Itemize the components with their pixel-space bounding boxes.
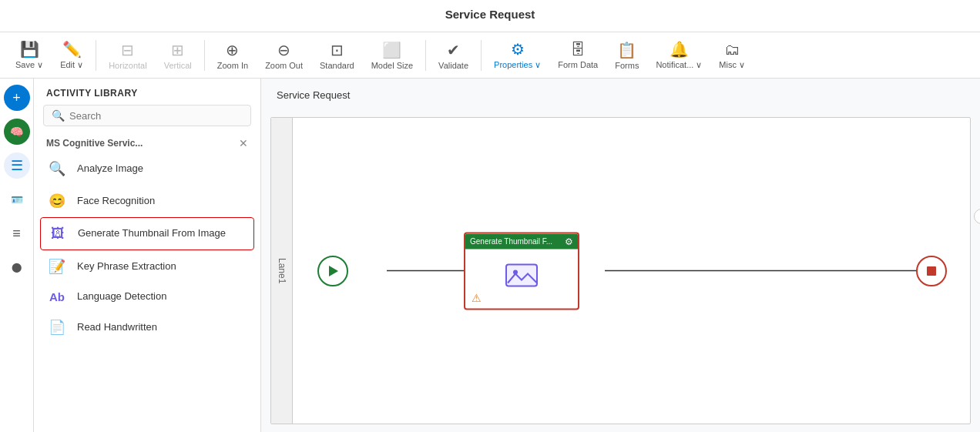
lane-container: Lane1 xyxy=(261,109,980,432)
toolbar: 💾 Save ∨ ✏️ Edit ∨ ⊟ Horizontal ⊞ Vertic… xyxy=(0,32,980,79)
svg-rect-6 xyxy=(927,266,936,276)
canvas-label: Service Request xyxy=(277,89,350,101)
zoom-in-icon: ⊕ xyxy=(226,41,239,59)
read-handwritten-icon: 📄 xyxy=(46,319,68,336)
end-node[interactable] xyxy=(916,256,947,286)
activity-library-label: ACTIVITY LIBRARY xyxy=(46,88,138,99)
key-phrase-icon: 📝 xyxy=(46,258,68,275)
close-icon[interactable]: ✕ xyxy=(239,137,248,149)
sidebar-items: MS Cognitive Servic... ✕ 🔍 Analyze Image… xyxy=(34,132,260,432)
warning-icon: ⚠ xyxy=(472,291,482,303)
horizontal-icon: ⊟ xyxy=(121,41,134,59)
standard-icon: ⊡ xyxy=(331,41,344,59)
lane-label: Lane1 xyxy=(271,118,293,424)
notifications-icon: 🔔 xyxy=(670,40,689,59)
toolbar-separator-3 xyxy=(425,40,426,71)
save-icon: 💾 xyxy=(20,40,39,59)
face-recognition-icon: 😊 xyxy=(46,193,68,209)
read-handwritten-label: Read Handwritten xyxy=(77,321,157,334)
activity-image-icon xyxy=(505,258,539,299)
id-button[interactable]: 🪪 xyxy=(4,186,30,213)
notifications-button[interactable]: 🔔 Notificat... ∨ xyxy=(648,37,710,73)
vertical-button[interactable]: ⊞ Vertical xyxy=(156,38,200,73)
flow-arrows xyxy=(293,118,970,424)
circle-button[interactable]: ⬤ xyxy=(4,254,30,280)
sidebar-item-key-phrase[interactable]: 📝 Key Phrase Extraction xyxy=(34,250,260,283)
svg-marker-3 xyxy=(329,266,338,276)
generate-thumbnail-label: Generate Thumbnail From Image xyxy=(78,227,226,240)
forms-icon: 📋 xyxy=(617,41,636,59)
activity-body: ⚠ xyxy=(465,249,578,308)
model-size-icon: ⬜ xyxy=(382,41,401,59)
face-recognition-label: Face Recognition xyxy=(77,195,155,208)
key-phrase-label: Key Phrase Extraction xyxy=(77,260,176,273)
sidebar-item-language-detection[interactable]: Ab Language Detection xyxy=(34,283,260,311)
lane: Lane1 xyxy=(270,117,971,424)
standard-button[interactable]: ⊡ Standard xyxy=(312,38,362,73)
zoom-out-button[interactable]: ⊖ Zoom Out xyxy=(257,38,310,73)
category-label: MS Cognitive Servic... xyxy=(46,138,143,149)
search-icon: 🔍 xyxy=(52,109,65,122)
sidebar-item-read-handwritten[interactable]: 📄 Read Handwritten xyxy=(34,311,260,343)
activity-settings-icon[interactable]: ⚙ xyxy=(565,236,573,246)
toolbar-separator-4 xyxy=(481,40,482,71)
form-data-icon: 🗄 xyxy=(570,41,586,59)
search-input[interactable] xyxy=(69,110,243,122)
horizontal-button[interactable]: ⊟ Horizontal xyxy=(101,38,155,73)
analyze-image-icon: 🔍 xyxy=(46,160,68,177)
properties-icon: ⚙ xyxy=(511,40,525,59)
analyze-image-label: Analyze Image xyxy=(77,162,143,176)
toolbar-separator-2 xyxy=(204,40,205,71)
sidebar-item-generate-thumbnail[interactable]: 🖼 Generate Thumbnail From Image xyxy=(40,217,254,250)
page-title: Service Request xyxy=(445,8,535,21)
icon-bar: + 🧠 ☰ 🪪 ≡ ⬤ xyxy=(0,79,34,432)
search-box[interactable]: 🔍 xyxy=(43,105,251,126)
sidebar-item-analyze-image[interactable]: 🔍 Analyze Image xyxy=(34,152,260,185)
brain-button[interactable]: 🧠 xyxy=(4,119,30,145)
activity-node[interactable]: Generate Thumbnail F... ⚙ ⚠ xyxy=(464,232,579,310)
activity-header: Generate Thumbnail F... ⚙ xyxy=(465,233,578,249)
start-node[interactable] xyxy=(317,256,348,286)
form-data-button[interactable]: 🗄 Form Data xyxy=(550,38,606,72)
zoom-out-icon: ⊖ xyxy=(277,41,290,59)
forms-button[interactable]: 📋 Forms xyxy=(607,38,646,73)
language-detection-label: Language Detection xyxy=(77,290,166,303)
main-layout: + 🧠 ☰ 🪪 ≡ ⬤ ACTIVITY LIBRARY 🔍 MS Cognit… xyxy=(0,79,980,432)
title-bar: Service Request xyxy=(0,0,980,32)
misc-button[interactable]: 🗂 Misc ∨ xyxy=(711,38,753,73)
sidebar-item-face-recognition[interactable]: 😊 Face Recognition xyxy=(34,185,260,217)
add-button[interactable]: + xyxy=(4,85,30,111)
edit-button[interactable]: ✏️ Edit ∨ xyxy=(52,37,91,73)
properties-button[interactable]: ⚙ Properties ∨ xyxy=(486,37,549,73)
model-size-button[interactable]: ⬜ Model Size xyxy=(364,38,421,73)
sidebar-header: ACTIVITY LIBRARY xyxy=(34,79,260,105)
edit-icon: ✏️ xyxy=(62,40,82,59)
vertical-icon: ⊞ xyxy=(171,41,184,59)
canvas-area: Service Request Lane1 xyxy=(261,79,980,432)
zoom-in-button[interactable]: ⊕ Zoom In xyxy=(210,38,256,73)
chart-button[interactable]: ≡ xyxy=(4,220,30,246)
sidebar: ACTIVITY LIBRARY 🔍 MS Cognitive Servic..… xyxy=(34,79,261,432)
toolbar-separator xyxy=(96,40,96,71)
misc-icon: 🗂 xyxy=(724,41,740,59)
validate-button[interactable]: ✔ Validate xyxy=(431,38,476,73)
language-detection-icon: Ab xyxy=(46,290,68,303)
list-button[interactable]: ☰ xyxy=(4,152,30,179)
svg-rect-4 xyxy=(506,264,537,286)
activity-title: Generate Thumbnail F... xyxy=(470,237,552,246)
save-button[interactable]: 💾 Save ∨ xyxy=(8,37,51,73)
generate-thumbnail-icon: 🖼 xyxy=(47,226,69,242)
validate-icon: ✔ xyxy=(447,41,460,59)
